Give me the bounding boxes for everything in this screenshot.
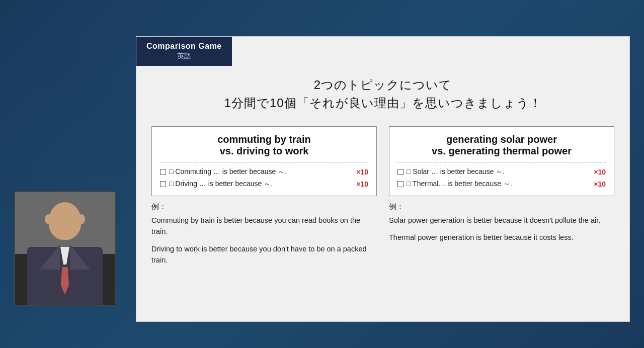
webcam-overlay <box>14 191 116 306</box>
main-heading: 2つのトピックについて 1分間で10個「それが良い理由」を思いつきましょう！ <box>151 77 614 111</box>
left-example1: Commuting by train is better because you… <box>151 215 377 237</box>
left-item-1: □ Commuting … is better because ～. ×10 <box>160 167 368 177</box>
right-topic-items: □ Solar … is better because ～. ×10 □ The… <box>397 167 606 189</box>
right-topic-box: generating solar power vs. generating th… <box>389 126 614 196</box>
checkbox-icon-1 <box>160 169 166 175</box>
right-item2-count: ×10 <box>594 180 606 188</box>
left-example-label: 例： <box>151 202 377 212</box>
checkbox-icon-4 <box>397 181 404 187</box>
left-column: commuting by train vs. driving to work □… <box>151 126 377 311</box>
checkbox-icon-2 <box>160 181 166 187</box>
left-item2-count: ×10 <box>356 180 368 188</box>
heading-line2: 1分間で10個「それが良い理由」を思いつきましょう！ <box>151 95 614 111</box>
badge-title: Comparison Game <box>146 42 222 51</box>
right-item-1: □ Solar … is better because ～. ×10 <box>397 167 606 177</box>
right-item-2: □ Thermal… is better because ～. ×10 <box>397 180 606 189</box>
left-item1-text: □ Commuting … is better because ～. <box>169 167 287 177</box>
heading-line1: 2つのトピックについて <box>151 77 614 93</box>
header-badge: Comparison Game 英語 <box>136 37 232 66</box>
right-item1-count: ×10 <box>594 168 606 176</box>
right-example1: Solar power generation is better because… <box>389 215 614 226</box>
main-slide: Comparison Game 英語 2つのトピックについて 1分間で10個「そ… <box>136 36 630 322</box>
slide-content: 2つのトピックについて 1分間で10個「それが良い理由」を思いつきましょう！ c… <box>136 37 629 321</box>
right-item2-text: □ Thermal… is better because ～. <box>407 180 512 189</box>
badge-lang: 英語 <box>146 52 222 61</box>
right-example-label: 例： <box>389 202 614 212</box>
left-item-2: □ Driving … is better because ～. ×10 <box>160 180 368 189</box>
right-example2: Thermal power generation is better becau… <box>389 232 614 243</box>
webcam-person <box>15 192 115 305</box>
right-column: generating solar power vs. generating th… <box>389 126 614 311</box>
left-example2: Driving to work is better because you do… <box>151 243 377 266</box>
left-item1-count: ×10 <box>356 168 368 176</box>
left-topic-box: commuting by train vs. driving to work □… <box>151 126 377 196</box>
left-topic-items: □ Commuting … is better because ～. ×10 □… <box>160 167 368 189</box>
columns: commuting by train vs. driving to work □… <box>151 126 614 311</box>
right-topic-title: generating solar power vs. generating th… <box>397 134 606 157</box>
screen-container: Comparison Game 英語 2つのトピックについて 1分間で10個「そ… <box>0 0 644 348</box>
checkbox-icon-3 <box>397 169 404 175</box>
left-item2-text: □ Driving … is better because ～. <box>169 180 273 189</box>
right-item1-text: □ Solar … is better because ～. <box>407 167 505 177</box>
left-topic-title: commuting by train vs. driving to work <box>160 134 368 157</box>
